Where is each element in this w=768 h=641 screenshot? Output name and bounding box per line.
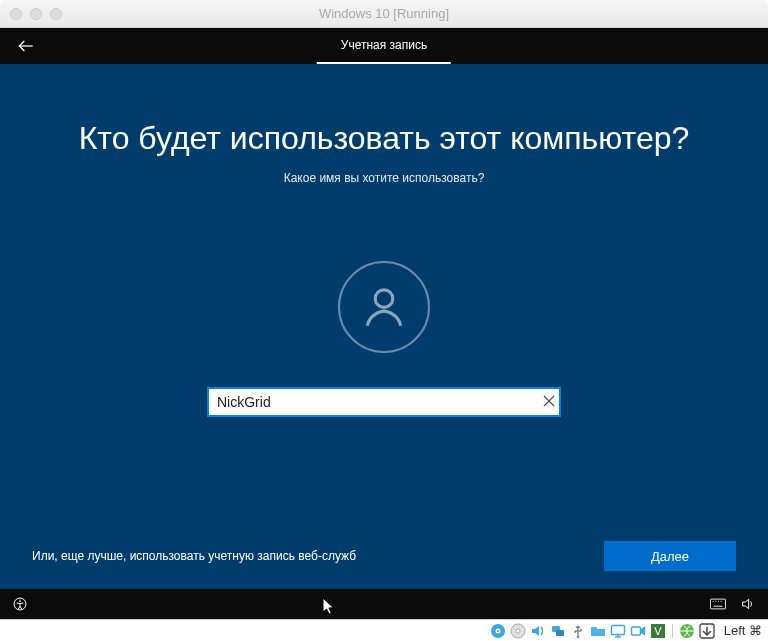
minimize-window-button[interactable] <box>30 8 42 20</box>
username-input[interactable] <box>207 387 561 417</box>
svg-text:V: V <box>654 625 662 637</box>
mouse-integration-icon[interactable] <box>698 622 716 640</box>
vm-display: Учетная запись Кто будет использовать эт… <box>0 28 768 619</box>
zoom-window-button[interactable] <box>50 8 62 20</box>
svg-point-16 <box>516 629 520 633</box>
recording-icon[interactable] <box>629 622 647 640</box>
setup-header: Учетная запись <box>0 28 768 64</box>
svg-point-5 <box>19 600 21 602</box>
avatar-placeholder <box>338 261 430 353</box>
audio-icon[interactable] <box>529 622 547 640</box>
bottom-row: Или, еще лучше, использовать учетную зап… <box>0 541 768 571</box>
host-key-indicator: Left ⌘ <box>721 623 762 638</box>
usb-icon[interactable] <box>569 622 587 640</box>
window-title: Windows 10 [Running] <box>0 6 768 21</box>
mac-titlebar: Windows 10 [Running] <box>0 0 768 28</box>
svg-point-1 <box>375 290 393 308</box>
clear-input-button[interactable] <box>543 393 555 411</box>
svg-rect-23 <box>631 627 640 635</box>
virtualbox-statusbar: V Left ⌘ <box>0 619 768 641</box>
setup-footer <box>0 589 768 619</box>
svg-point-14 <box>497 630 499 632</box>
use-online-account-link[interactable]: Или, еще лучше, использовать учетную зап… <box>32 549 356 563</box>
page-subtitle: Какое имя вы хотите использовать? <box>284 171 485 185</box>
separator <box>672 624 673 638</box>
svg-rect-18 <box>556 630 564 636</box>
accessibility-icon[interactable] <box>12 596 28 612</box>
page-title: Кто будет использовать этот компьютер? <box>79 120 690 157</box>
next-button[interactable]: Далее <box>604 541 736 571</box>
host-key-label: Left ⌘ <box>724 623 762 638</box>
display-icon[interactable] <box>609 622 627 640</box>
setup-main: Кто будет использовать этот компьютер? К… <box>0 64 768 589</box>
virtualization-icon[interactable]: V <box>649 622 667 640</box>
name-input-container <box>207 387 561 417</box>
person-icon <box>359 282 409 332</box>
guest-additions-icon[interactable] <box>678 622 696 640</box>
tab-account[interactable]: Учетная запись <box>317 28 451 64</box>
keyboard-layout-icon[interactable] <box>710 596 726 612</box>
close-window-button[interactable] <box>10 8 22 20</box>
svg-point-19 <box>576 635 579 638</box>
network-icon[interactable] <box>549 622 567 640</box>
close-icon <box>543 395 555 407</box>
back-button[interactable] <box>12 32 40 60</box>
hard-disk-icon[interactable] <box>489 622 507 640</box>
svg-rect-6 <box>710 599 725 609</box>
optical-disk-icon[interactable] <box>509 622 527 640</box>
volume-icon[interactable] <box>740 596 756 612</box>
svg-rect-20 <box>611 625 624 634</box>
shared-folder-icon[interactable] <box>589 622 607 640</box>
